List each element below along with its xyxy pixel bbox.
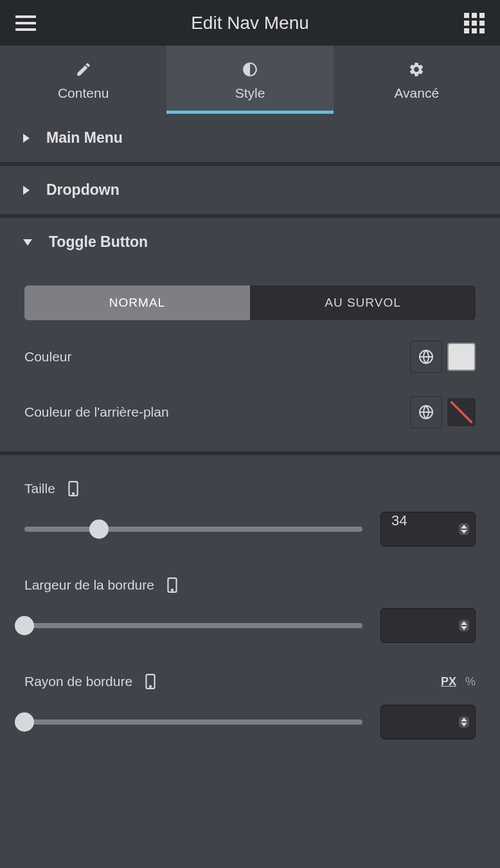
unit-selector: PX %: [441, 675, 476, 689]
tab-advanced[interactable]: Avancé: [334, 46, 500, 114]
size-label: Taille: [24, 481, 55, 496]
section-toggle-button[interactable]: Toggle Button: [0, 218, 500, 266]
panel-header: Edit Nav Menu: [0, 0, 500, 46]
size-control: Taille 34: [24, 481, 476, 547]
mobile-icon[interactable]: [68, 481, 78, 496]
section-main-menu[interactable]: Main Menu: [0, 114, 500, 166]
bgcolor-label: Couleur de l'arrière-plan: [24, 404, 169, 420]
global-color-button[interactable]: [410, 396, 442, 428]
section-body: NORMAL AU SURVOL Couleur Couleur de l'ar…: [0, 266, 500, 796]
contrast-icon: [242, 61, 258, 78]
hamburger-menu-icon[interactable]: [15, 15, 36, 31]
section-title: Toggle Button: [49, 233, 148, 251]
panel-title: Edit Nav Menu: [191, 13, 309, 33]
caret-down-icon: [23, 239, 32, 246]
bgcolor-swatch[interactable]: [447, 398, 476, 426]
caret-right-icon: [23, 134, 30, 143]
size-slider[interactable]: [24, 527, 362, 532]
divider: [0, 451, 500, 455]
apps-grid-icon[interactable]: [464, 13, 485, 33]
color-label: Couleur: [24, 349, 72, 365]
mobile-icon[interactable]: [167, 577, 177, 593]
section-title: Main Menu: [46, 129, 123, 147]
unit-percent[interactable]: %: [465, 675, 476, 689]
border-radius-stepper[interactable]: [459, 716, 469, 728]
state-toggle: NORMAL AU SURVOL: [24, 285, 476, 320]
color-swatch[interactable]: [447, 343, 476, 371]
gear-icon: [408, 61, 425, 78]
border-width-slider[interactable]: [24, 623, 362, 628]
editor-tabs: Contenu Style Avancé: [0, 46, 500, 114]
color-row: Couleur: [24, 341, 476, 373]
pencil-icon: [75, 61, 92, 78]
caret-right-icon: [23, 186, 30, 195]
slider-thumb[interactable]: [15, 712, 34, 732]
unit-px[interactable]: PX: [441, 675, 456, 689]
border-width-stepper[interactable]: [459, 620, 469, 631]
border-width-control: Largeur de la bordure: [24, 577, 476, 643]
tab-label: Avancé: [394, 86, 439, 101]
tab-label: Style: [235, 86, 265, 101]
globe-icon: [418, 349, 434, 365]
bgcolor-row: Couleur de l'arrière-plan: [24, 396, 476, 428]
border-radius-slider[interactable]: [24, 719, 362, 725]
svg-point-9: [150, 686, 151, 687]
slider-thumb[interactable]: [15, 616, 34, 635]
tab-style[interactable]: Style: [166, 46, 333, 114]
border-radius-label: Rayon de bordure: [24, 674, 132, 689]
svg-point-5: [73, 493, 74, 494]
global-color-button[interactable]: [410, 341, 442, 373]
globe-icon: [418, 404, 434, 420]
border-radius-control: Rayon de bordure PX %: [24, 674, 476, 739]
svg-point-7: [172, 590, 173, 591]
slider-thumb[interactable]: [89, 520, 109, 539]
border-width-label: Largeur de la bordure: [24, 577, 154, 593]
section-dropdown[interactable]: Dropdown: [0, 166, 500, 218]
mobile-icon[interactable]: [145, 674, 156, 689]
size-stepper[interactable]: [459, 523, 469, 535]
state-hover-button[interactable]: AU SURVOL: [250, 285, 476, 320]
state-normal-button[interactable]: NORMAL: [24, 285, 250, 320]
section-title: Dropdown: [46, 181, 120, 199]
tab-label: Contenu: [58, 86, 109, 101]
tab-content[interactable]: Contenu: [0, 46, 166, 114]
